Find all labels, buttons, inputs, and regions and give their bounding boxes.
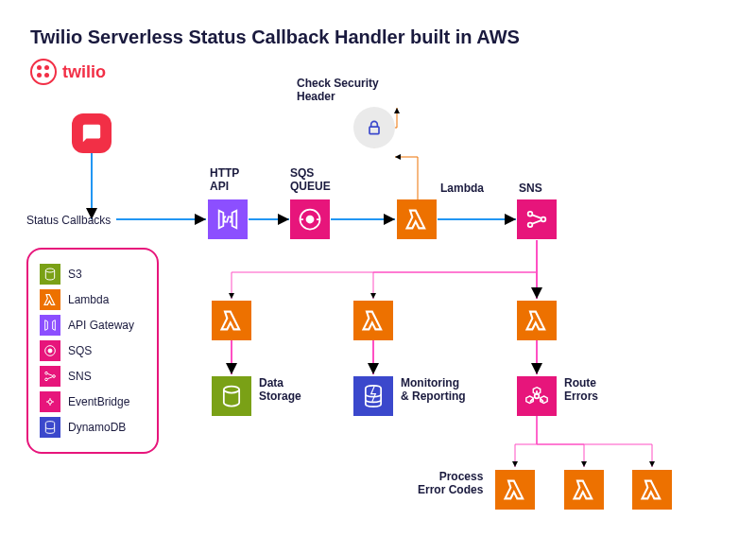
process-error-codes-label: Process Error Codes: [418, 470, 483, 497]
legend-eventbridge-label: EventBridge: [68, 395, 129, 408]
chat-icon: [72, 113, 112, 153]
legend-api-gateway: API Gateway: [40, 315, 146, 336]
lambda-errors-node: [517, 301, 557, 340]
svg-point-20: [53, 375, 56, 378]
legend-api-gateway-label: API Gateway: [68, 319, 134, 332]
legend-lambda: Lambda: [40, 289, 146, 310]
legend-eventbridge: EventBridge: [40, 391, 146, 412]
svg-point-12: [528, 223, 533, 228]
s3-node: [212, 376, 251, 416]
lambda-main-node: [397, 199, 437, 239]
dynamodb-icon: [40, 417, 60, 438]
lambda-error-3-node: [632, 470, 672, 510]
s3-icon: [40, 264, 60, 285]
lambda-main-label: Lambda: [440, 182, 484, 195]
api-gateway-node: [208, 199, 248, 239]
sqs-node: [290, 199, 330, 239]
sqs-icon: [40, 340, 60, 361]
lambda-error-2-node: [564, 470, 604, 510]
check-security-label: Check Security Header: [297, 77, 379, 104]
sns-node: [517, 199, 557, 239]
svg-point-10: [307, 216, 314, 223]
twilio-dots-icon: [30, 59, 57, 85]
sqs-queue-label: SQS QUEUE: [290, 166, 331, 194]
svg-point-21: [48, 400, 52, 404]
lambda-monitoring-node: [353, 301, 393, 340]
route-errors-label: Route Errors: [564, 376, 598, 404]
twilio-logo: twilio: [30, 59, 106, 85]
legend-sqs: SQS: [40, 340, 146, 361]
legend-dynamodb-label: DynamoDB: [68, 421, 126, 434]
svg-point-19: [45, 378, 48, 381]
legend-sns-label: SNS: [68, 370, 92, 383]
page-title: Twilio Serverless Status Callback Handle…: [30, 26, 520, 48]
legend-s3-label: S3: [68, 268, 82, 281]
status-callbacks-label: Status Callbacks: [26, 214, 111, 227]
legend-sns: SNS: [40, 366, 146, 387]
http-api-label: HTTP API: [210, 166, 239, 194]
eventbridge-icon: [40, 391, 60, 412]
legend-dynamodb: DynamoDB: [40, 417, 146, 438]
legend-panel: S3 Lambda API Gateway SQS SNS EventBridg…: [26, 248, 159, 454]
svg-point-13: [541, 217, 546, 222]
lock-icon: [353, 107, 395, 148]
svg-point-15: [535, 394, 540, 399]
dynamodb-node: [353, 376, 393, 416]
svg-point-11: [528, 212, 533, 216]
svg-point-18: [45, 372, 48, 374]
sns-icon: [40, 366, 60, 387]
lambda-icon: [40, 289, 60, 310]
legend-s3: S3: [40, 264, 146, 285]
lambda-error-1-node: [495, 470, 535, 510]
monitoring-label: Monitoring & Reporting: [401, 376, 466, 404]
lambda-storage-node: [212, 301, 251, 340]
eventbridge-node: [517, 376, 557, 416]
legend-lambda-label: Lambda: [68, 293, 109, 306]
data-storage-label: Data Storage: [259, 376, 301, 404]
api-gateway-icon: [40, 315, 60, 336]
svg-point-17: [48, 349, 52, 353]
legend-sqs-label: SQS: [68, 344, 92, 357]
sns-label: SNS: [519, 182, 542, 195]
twilio-brand-text: twilio: [62, 62, 106, 82]
svg-rect-14: [369, 127, 379, 134]
